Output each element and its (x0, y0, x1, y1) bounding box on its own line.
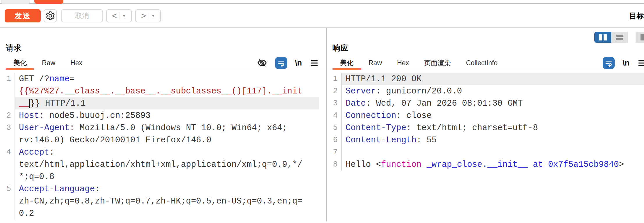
editor-line[interactable]: 3Date: Wed, 07 Jan 2026 08:01:30 GMT (327, 97, 644, 109)
editor-line[interactable]: rv:146.0) Gecko/20100101 Firefox/146.0 (0, 134, 326, 146)
tab-Hex[interactable]: Hex (389, 57, 417, 69)
editor-line[interactable]: 5Content-Type: text/html; charset=utf-8 (327, 122, 644, 134)
tab-Raw[interactable]: Raw (361, 57, 389, 69)
code-segment: Host (19, 111, 39, 121)
line-number: 4 (327, 109, 342, 122)
editor-line[interactable]: 1HTTP/1.1 200 OK (327, 73, 644, 85)
editor-code: Accept-Language: (15, 183, 326, 195)
line-number: 3 (327, 97, 342, 109)
editor-line[interactable]: *;q=0.8 (0, 171, 326, 183)
editor-current-line: HTTP/1.1 200 OK (342, 73, 644, 85)
editor-code: *;q=0.8 (15, 171, 326, 183)
code-segment: Accept (19, 148, 49, 157)
settings-button[interactable] (44, 9, 57, 22)
code-segment: = (70, 74, 74, 84)
code-segment: zh-CN,zh;q=0.8,zh-TW;q=0.7,zh-HK;q=0.5,e… (19, 197, 303, 206)
code-segment: : 55 (417, 135, 437, 145)
top-tab-inactive[interactable] (1, 0, 30, 4)
line-number: 4 (0, 146, 15, 158)
chevron-right-icon: > (141, 12, 146, 20)
code-segment: Date (346, 99, 366, 108)
code-segment: : Mozilla/5.0 (Windows NT 10.0; Win64; x… (70, 123, 287, 133)
gear-icon (45, 11, 55, 21)
editor-line[interactable]: 2Host: node5.buuoj.cn:25893 (0, 109, 326, 122)
layout-split-vertical-button[interactable] (594, 32, 611, 43)
editor-line[interactable]: 7 (327, 146, 644, 158)
editor-code: User-Agent: Mozilla/5.0 (Windows NT 10.0… (15, 122, 326, 134)
code-segment: : (95, 184, 100, 194)
editor-line[interactable]: 8Hello <function _wrap_close.__init__ at… (327, 158, 644, 171)
line-number (0, 158, 15, 171)
editor-line[interactable]: 4Accept: (0, 146, 326, 158)
line-number (0, 134, 15, 146)
code-segment: rv:146.0) Gecko/20100101 Firefox/146.0 (19, 135, 211, 145)
editor-line[interactable]: 0.2 (0, 207, 326, 220)
response-title: 响应 (332, 43, 644, 53)
code-segment: : text/html; charset=utf-8 (406, 123, 538, 133)
code-segment: HTTP/1.1 200 OK (346, 74, 421, 84)
code-segment: Accept-Language (19, 184, 95, 194)
code-segment: __ (19, 99, 29, 108)
editor-line[interactable]: 6Content-Length: 55 (327, 134, 644, 146)
tab-Raw[interactable]: Raw (34, 57, 63, 69)
tab-页面渲染[interactable]: 页面渲染 (417, 57, 458, 69)
tab-CollectInfo[interactable]: CollectInfo (458, 57, 505, 69)
next-request-button[interactable]: > ▼ (135, 9, 161, 22)
code-segment: Content-Length (346, 135, 417, 145)
target-label: 目标: (629, 11, 644, 21)
menu-icon[interactable] (310, 59, 319, 68)
tab-Hex[interactable]: Hex (63, 57, 90, 69)
editor-line[interactable]: 3User-Agent: Mozilla/5.0 (Windows NT 10.… (0, 122, 326, 134)
code-segment: : close (396, 111, 432, 121)
layout-split-horizontal-button[interactable] (611, 32, 628, 43)
layout-single-view-button[interactable] (636, 32, 644, 43)
chevron-down-icon[interactable]: ▼ (122, 14, 126, 18)
code-segment: : (49, 148, 54, 157)
top-tab-active[interactable] (34, 0, 63, 4)
line-number (0, 207, 15, 220)
code-segment: Content-Type (346, 123, 406, 133)
editor-code: Accept: (15, 146, 326, 158)
button-divider (120, 12, 120, 20)
menu-icon[interactable] (637, 59, 644, 68)
editor-line[interactable]: __}} HTTP/1.1 (0, 97, 326, 109)
editor-line[interactable]: 2Server: gunicorn/20.0.0 (327, 85, 644, 97)
eye-off-icon[interactable] (257, 58, 267, 68)
top-tab-strip (0, 0, 644, 4)
editor-code: zh-CN,zh;q=0.8,zh-TW;q=0.7,zh-HK;q=0.5,e… (15, 195, 326, 207)
word-wrap-icon[interactable] (603, 57, 615, 69)
request-editor[interactable]: 1GET /?name={{%27%27.__class__.__base__.… (0, 69, 326, 220)
editor-line[interactable]: text/html,application/xhtml+xml,applicat… (0, 158, 326, 171)
send-button[interactable]: 发送 (5, 9, 41, 22)
newline-icon[interactable]: \n (295, 59, 302, 68)
editor-code: text/html,application/xhtml+xml,applicat… (15, 158, 326, 171)
response-panel: 响应 美化RawHex页面渲染CollectInfo \n 1HTTP/1.1 … (327, 28, 644, 222)
code-segment: Connection (346, 111, 396, 121)
tab-美化[interactable]: 美化 (6, 57, 34, 70)
editor-line[interactable]: {{%27%27.__class__.__base__.__subclasses… (0, 85, 326, 97)
editor-code: {{%27%27.__class__.__base__.__subclasses… (15, 85, 326, 97)
editor-line[interactable]: 4Connection: close (327, 109, 644, 122)
line-number (0, 195, 15, 207)
tab-美化[interactable]: 美化 (332, 57, 361, 70)
code-segment: {{%27%27.__class__.__base__.__subclasses… (19, 86, 303, 96)
editor-code (342, 146, 644, 158)
line-number: 7 (327, 146, 342, 158)
chevron-down-icon[interactable]: ▼ (151, 14, 155, 18)
editor-code: Server: gunicorn/20.0.0 (342, 85, 644, 97)
editor-line[interactable]: 1GET /?name= (0, 73, 326, 85)
cancel-button[interactable]: 取消 (61, 9, 103, 22)
response-tab-bar: 美化RawHex页面渲染CollectInfo \n (327, 57, 644, 69)
line-number: 1 (0, 73, 15, 85)
line-number: 8 (327, 158, 342, 171)
request-title: 请求 (6, 43, 326, 53)
prev-request-button[interactable]: < ▼ (106, 9, 132, 22)
code-segment: *;q=0.8 (19, 172, 54, 182)
editor-code: Connection: close (342, 109, 644, 122)
word-wrap-icon[interactable] (275, 57, 287, 69)
editor-line[interactable]: zh-CN,zh;q=0.8,zh-TW;q=0.7,zh-HK;q=0.5,e… (0, 195, 326, 207)
response-editor[interactable]: 1HTTP/1.1 200 OK2Server: gunicorn/20.0.0… (327, 69, 644, 171)
editor-code: Host: node5.buuoj.cn:25893 (15, 109, 326, 122)
newline-icon[interactable]: \n (622, 59, 629, 68)
editor-line[interactable]: 5Accept-Language: (0, 183, 326, 195)
